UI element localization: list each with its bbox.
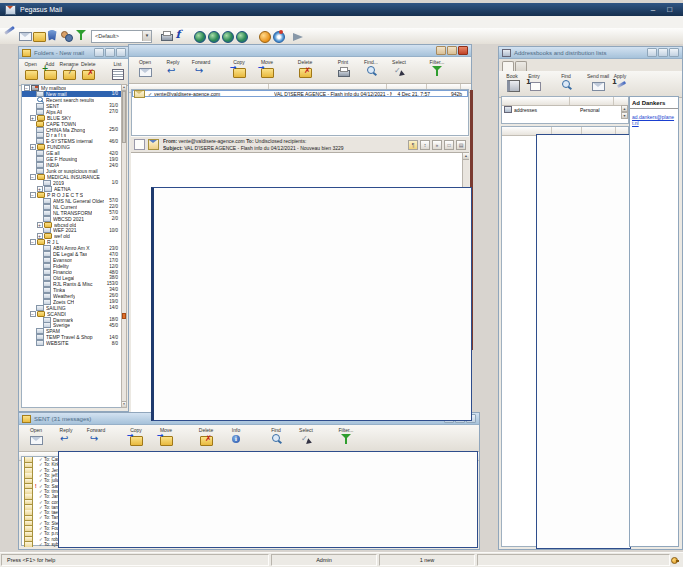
close-button[interactable] <box>116 48 126 57</box>
open-folder-icon[interactable] <box>32 30 45 43</box>
sent-toolbar-button[interactable]: Filter... <box>331 427 361 445</box>
expand-toggle-icon[interactable] <box>37 275 42 280</box>
window-icon[interactable] <box>444 140 454 150</box>
expand-toggle-icon[interactable] <box>37 180 42 185</box>
chevron-down-icon[interactable]: ▼ <box>142 31 151 41</box>
script-f-icon[interactable] <box>173 30 186 43</box>
minimize-button[interactable] <box>94 48 104 57</box>
expand-toggle-icon[interactable] <box>30 239 36 245</box>
addressbook-row[interactable]: addresses Personal <box>502 106 628 113</box>
expand-toggle-icon[interactable] <box>37 210 42 215</box>
expand-toggle-icon[interactable] <box>30 127 35 132</box>
minimize-button[interactable]: – <box>651 5 655 15</box>
sent-toolbar-button[interactable]: Forward <box>81 427 111 445</box>
close-button[interactable] <box>669 48 679 57</box>
expand-toggle-icon[interactable] <box>37 246 42 251</box>
globe-web-icon[interactable] <box>235 30 248 43</box>
scroll-down-icon[interactable]: ▼ <box>122 401 126 407</box>
expand-toggle-icon[interactable] <box>30 163 35 168</box>
note-icon[interactable] <box>408 140 418 150</box>
reader-toolbar-button[interactable]: Delete <box>291 59 319 77</box>
expand-toggle-icon[interactable] <box>30 151 35 156</box>
minimize-button[interactable] <box>647 48 657 57</box>
reader-window-titlebar[interactable] <box>129 45 471 57</box>
expand-toggle-icon[interactable] <box>30 133 35 138</box>
expand-toggle-icon[interactable] <box>24 85 30 91</box>
reader-toolbar-button[interactable]: Reply <box>159 59 187 77</box>
expand-toggle-icon[interactable] <box>30 103 35 108</box>
addressbook-icon[interactable] <box>60 30 73 43</box>
expand-toggle-icon[interactable] <box>30 329 35 334</box>
addressbook-toolbar-button[interactable]: Book <box>501 73 523 91</box>
reader-toolbar-button[interactable]: Print <box>329 59 357 77</box>
restore-button[interactable]: □ <box>667 5 672 15</box>
expand-toggle-icon[interactable] <box>30 121 35 126</box>
tab[interactable] <box>515 61 527 71</box>
expand-toggle-icon[interactable] <box>37 216 42 221</box>
expand-toggle-icon[interactable] <box>37 287 42 292</box>
expand-toggle-icon[interactable] <box>37 264 42 269</box>
expand-toggle-icon[interactable] <box>37 270 42 275</box>
books-scrollbar[interactable]: ▲ ▼ <box>621 105 628 119</box>
globe-search-icon[interactable] <box>221 30 234 43</box>
folder-tree-item[interactable]: RJL Rants & Misc 153/0 <box>22 281 121 287</box>
compose-icon[interactable] <box>4 30 17 43</box>
expand-toggle-icon[interactable] <box>37 323 42 328</box>
grid-icon[interactable] <box>456 140 466 150</box>
addressbook-toolbar-button[interactable]: Entry <box>523 73 545 91</box>
expand-toggle-icon[interactable] <box>30 341 35 346</box>
filter-icon[interactable] <box>74 30 87 43</box>
noticeboard-icon[interactable] <box>46 30 59 43</box>
folder-tree-item[interactable]: WEBSITE 8/0 <box>22 340 121 346</box>
reader-toolbar-button[interactable]: Copy <box>225 59 253 77</box>
sent-toolbar-button[interactable]: Find <box>261 427 291 445</box>
reader-toolbar-button[interactable]: Move <box>253 59 281 77</box>
folder-tree-scrollbar[interactable]: ▲ ▼ <box>121 84 127 408</box>
expand-toggle-icon[interactable] <box>30 174 36 180</box>
reader-toolbar-button[interactable]: Open <box>131 59 159 77</box>
scroll-up-icon[interactable]: ▲ <box>463 153 469 160</box>
reader-toolbar-button[interactable]: Select <box>385 59 413 77</box>
expand-toggle-icon[interactable] <box>37 198 42 203</box>
column-header[interactable] <box>570 97 614 105</box>
globe-mail-icon[interactable] <box>193 30 206 43</box>
folders-toolbar-button[interactable]: List <box>108 61 127 79</box>
chevrons-icon[interactable] <box>432 140 442 150</box>
expand-toggle-icon[interactable] <box>37 228 42 233</box>
expand-toggle-icon[interactable] <box>30 115 36 121</box>
expand-toggle-icon[interactable] <box>30 305 35 310</box>
sent-toolbar-button[interactable]: Copy <box>121 427 151 445</box>
reader-toolbar-button[interactable]: Find... <box>357 59 385 77</box>
sent-toolbar-button[interactable]: Move <box>151 427 181 445</box>
addressbook-window-titlebar[interactable]: Addressbooks and distribution lists <box>499 47 682 59</box>
addressbook-toolbar-button[interactable]: Apply <box>609 73 631 91</box>
expand-toggle-icon[interactable] <box>30 335 35 340</box>
folders-toolbar-button[interactable]: Open <box>21 61 40 79</box>
expand-toggle-icon[interactable] <box>30 91 35 96</box>
read-mail-icon[interactable] <box>18 30 31 43</box>
print-icon[interactable] <box>159 30 172 43</box>
sent-toolbar-button[interactable]: Info <box>221 427 251 445</box>
reader-toolbar-button[interactable]: Filter... <box>423 59 451 77</box>
expand-toggle-icon[interactable] <box>30 109 35 114</box>
sent-toolbar-button[interactable]: Select <box>291 427 321 445</box>
expand-toggle-icon[interactable] <box>37 299 42 304</box>
expand-toggle-icon[interactable] <box>30 97 35 102</box>
close-button[interactable] <box>458 46 468 55</box>
folders-toolbar-button[interactable]: Delete <box>79 61 98 79</box>
updown-icon[interactable] <box>420 140 430 150</box>
sent-toolbar-button[interactable]: Open <box>21 427 51 445</box>
identity-dropdown[interactable]: <Default> ▼ <box>91 30 152 43</box>
reader-toolbar-button[interactable]: Forward <box>187 59 215 77</box>
expand-toggle-icon[interactable] <box>30 157 35 162</box>
folders-toolbar-button[interactable]: Rename <box>59 61 78 79</box>
ball-icon[interactable] <box>258 30 271 43</box>
expand-toggle-icon[interactable] <box>30 169 35 174</box>
column-header[interactable] <box>502 97 570 105</box>
sent-toolbar-button[interactable]: Reply <box>51 427 81 445</box>
minimize-button[interactable] <box>436 46 446 55</box>
maximize-button[interactable] <box>447 46 457 55</box>
expand-toggle-icon[interactable] <box>37 317 42 322</box>
maximize-button[interactable] <box>658 48 668 57</box>
expand-toggle-icon[interactable] <box>37 252 42 257</box>
